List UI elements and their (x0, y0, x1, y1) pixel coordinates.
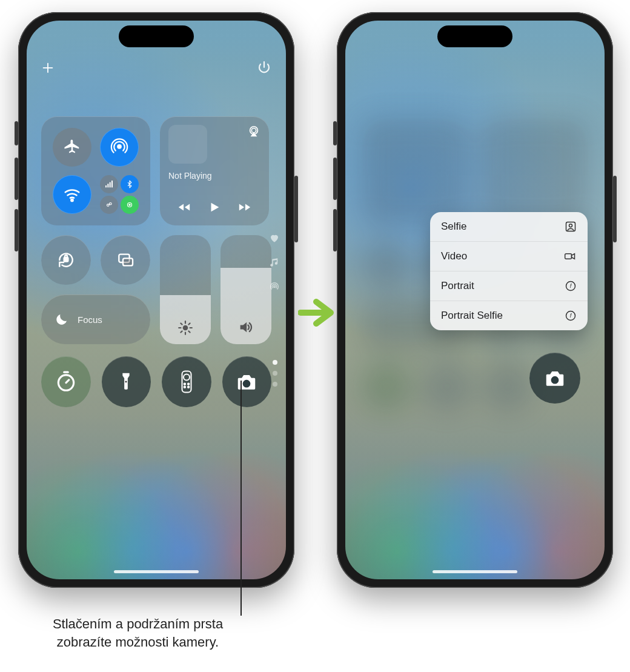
connectivity-tile[interactable] (41, 116, 150, 225)
camera-button[interactable] (529, 353, 580, 404)
bluetooth-icon (121, 175, 139, 193)
svg-rect-5 (105, 185, 107, 187)
svg-point-14 (251, 128, 256, 133)
svg-line-29 (66, 380, 69, 383)
flashlight-button[interactable] (102, 356, 151, 407)
focus-button[interactable]: Focus (41, 294, 150, 344)
transition-arrow-icon (298, 297, 336, 328)
airplane-mode-toggle[interactable] (53, 128, 91, 167)
album-art-placeholder (168, 125, 207, 164)
svg-rect-8 (111, 181, 113, 187)
timer-icon (55, 370, 78, 393)
svg-rect-39 (566, 222, 575, 231)
side-vol-down-hardware (333, 209, 337, 251)
video-camera-icon (563, 250, 577, 262)
callout-caption: Stlačením a podržaním prsta zobrazíte mo… (0, 615, 276, 651)
camera-icon (235, 370, 258, 393)
home-indicator[interactable] (114, 570, 199, 573)
aperture-icon: f (565, 280, 577, 292)
side-vol-up-hardware (15, 158, 18, 200)
wifi-toggle[interactable] (53, 175, 91, 214)
timer-button[interactable] (41, 356, 91, 407)
side-glyph-column (269, 233, 280, 292)
page-dot-1 (273, 360, 277, 365)
page-dot-3 (273, 382, 277, 387)
apple-tv-remote-icon (177, 370, 196, 393)
person-square-icon (565, 221, 577, 233)
svg-text:f: f (570, 283, 572, 289)
svg-point-36 (184, 387, 185, 388)
svg-rect-41 (565, 254, 572, 259)
hotspot-icon (269, 281, 280, 292)
dynamic-island (119, 25, 194, 47)
svg-point-33 (184, 374, 190, 381)
svg-rect-6 (107, 184, 108, 187)
home-indicator[interactable] (433, 570, 517, 573)
svg-point-4 (71, 199, 73, 201)
side-power-hardware (294, 176, 298, 242)
now-playing-tile[interactable]: Not Playing (160, 116, 269, 225)
previous-track-button[interactable] (176, 201, 192, 214)
cellular-icon (100, 175, 118, 193)
svg-point-27 (274, 286, 276, 288)
wifi-icon (63, 185, 81, 204)
svg-text:f: f (570, 313, 572, 319)
callout-line1: Stlačením a podržaním prsta (53, 616, 223, 631)
camera-context-menu: Selfie Video Portrait f (430, 212, 588, 330)
svg-line-25 (181, 331, 182, 332)
music-note-icon (269, 257, 280, 268)
airplay-icon[interactable] (247, 125, 260, 138)
menu-item-label: Portrait (441, 280, 474, 292)
moon-icon (55, 312, 69, 327)
svg-line-26 (188, 323, 190, 324)
menu-item-label: Portrait Selfie (441, 310, 503, 322)
rotation-lock-icon (56, 250, 76, 270)
camera-button[interactable] (222, 356, 272, 407)
play-button[interactable] (208, 200, 221, 215)
orientation-lock-button[interactable] (41, 235, 91, 285)
page-indicator[interactable] (273, 360, 277, 387)
svg-point-12 (129, 204, 130, 205)
airdrop-icon (110, 138, 128, 156)
next-track-button[interactable] (237, 201, 253, 214)
now-playing-status: Not Playing (168, 171, 260, 181)
svg-point-40 (569, 224, 572, 227)
svg-rect-7 (110, 182, 111, 188)
volume-icon (237, 319, 254, 336)
callout-leader-line (240, 381, 242, 616)
phone-left: Not Playing (18, 12, 294, 588)
focus-label: Focus (78, 314, 102, 325)
volume-slider[interactable] (220, 235, 271, 344)
heart-icon (269, 233, 280, 244)
side-switch-hardware (15, 121, 18, 145)
menu-item-video[interactable]: Video (430, 241, 588, 271)
menu-item-selfie[interactable]: Selfie (430, 212, 588, 241)
svg-point-37 (188, 387, 190, 388)
svg-point-3 (118, 145, 121, 148)
remote-button[interactable] (162, 356, 211, 407)
power-button[interactable] (257, 61, 271, 75)
side-vol-down-hardware (15, 209, 18, 251)
svg-rect-17 (123, 258, 133, 265)
side-vol-up-hardware (333, 158, 337, 200)
menu-item-portrait[interactable]: Portrait f (430, 271, 588, 301)
brightness-slider[interactable] (160, 235, 211, 344)
add-control-button[interactable] (41, 61, 55, 75)
screen-mirroring-button[interactable] (101, 235, 150, 285)
connectivity-more[interactable] (100, 175, 139, 214)
airplane-icon (63, 138, 81, 156)
svg-point-34 (184, 384, 185, 385)
svg-line-24 (188, 331, 190, 332)
page-dot-2 (273, 371, 277, 376)
dynamic-island (437, 25, 512, 47)
menu-item-label: Selfie (441, 221, 467, 233)
camera-icon (543, 367, 566, 390)
control-center: Not Playing (27, 21, 286, 579)
aperture-icon: f (565, 310, 577, 322)
menu-item-portrait-selfie[interactable]: Portrait Selfie f (430, 301, 588, 330)
menu-item-label: Video (441, 250, 467, 262)
flashlight-icon (116, 371, 136, 392)
satellite-icon (121, 196, 139, 214)
sun-icon (177, 320, 193, 336)
airdrop-toggle[interactable] (100, 128, 139, 167)
